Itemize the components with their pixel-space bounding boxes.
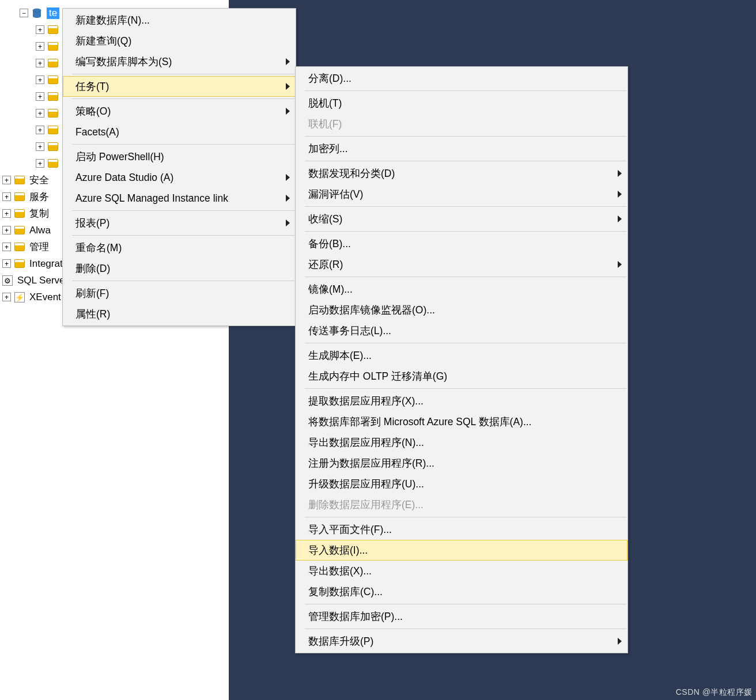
menu-item-label: 复制数据库(C)... [308, 585, 383, 599]
menu-item-label: 还原(R) [308, 258, 343, 271]
menu-item-label: 导入数据(I)... [308, 543, 368, 557]
expand-icon[interactable] [2, 192, 11, 201]
expand-icon[interactable] [2, 209, 11, 218]
menu-item[interactable]: 备份(B)... [296, 233, 628, 254]
folder-icon [14, 243, 25, 251]
expand-icon[interactable] [36, 75, 44, 84]
expand-icon[interactable] [2, 293, 11, 301]
expand-icon[interactable] [36, 42, 44, 51]
menu-item-label: 删除数据层应用程序(E)... [308, 498, 424, 512]
menu-item[interactable]: Azure Data Studio (A) [63, 167, 296, 188]
menu-item[interactable]: 收缩(S) [296, 209, 628, 229]
tree-node-label: 服务 [29, 190, 49, 203]
expand-icon[interactable] [2, 176, 11, 184]
menu-item: 联机(F) [296, 113, 628, 134]
folder-icon [48, 25, 58, 34]
menu-item[interactable]: 刷新(F) [63, 283, 296, 304]
menu-item-label: 将数据库部署到 Microsoft Azure SQL 数据库(A)... [308, 415, 531, 429]
menu-separator [305, 206, 626, 207]
menu-item[interactable]: 注册为数据层应用程序(R)... [296, 453, 628, 474]
menu-item-label: 删除(D) [75, 262, 110, 275]
expand-icon[interactable] [36, 142, 44, 151]
tree-node-label: te [47, 7, 59, 19]
menu-item[interactable]: 还原(R) [296, 254, 628, 275]
expand-icon[interactable] [36, 109, 44, 118]
menu-item[interactable]: 生成内存中 OLTP 迁移清单(G) [296, 366, 628, 387]
expand-icon[interactable] [36, 159, 44, 168]
menu-item[interactable]: 漏洞评估(V) [296, 184, 628, 205]
menu-item[interactable]: Azure SQL Managed Instance link [63, 188, 296, 209]
expand-icon[interactable] [36, 126, 44, 134]
menu-item[interactable]: 新建查询(Q) [63, 31, 296, 51]
expand-icon[interactable] [2, 226, 11, 234]
submenu-arrow-icon [286, 58, 290, 65]
xevent-icon: ⚡ [14, 292, 25, 302]
context-menu-primary: 新建数据库(N)... 新建查询(Q) 编写数据库脚本为(S) 任务(T) 策略… [62, 8, 296, 326]
menu-item-label: 数据发现和分类(D) [308, 167, 395, 180]
folder-icon [14, 226, 25, 234]
menu-item[interactable]: 数据发现和分类(D) [296, 163, 628, 184]
menu-item[interactable]: 新建数据库(N)... [63, 10, 296, 31]
menu-item-label: 刷新(F) [75, 286, 109, 300]
menu-item[interactable]: 升级数据层应用程序(U)... [296, 474, 628, 494]
folder-icon [14, 209, 25, 218]
menu-item[interactable]: 提取数据层应用程序(X)... [296, 391, 628, 411]
tree-node-label: Alwa [29, 225, 51, 236]
watermark: CSDN @半粒程序媛 [676, 687, 753, 698]
menu-item[interactable]: 重命名(M) [63, 237, 296, 258]
tree-node-label: 复制 [29, 207, 49, 220]
folder-icon [48, 159, 58, 168]
menu-item[interactable]: 传送事务日志(L)... [296, 320, 628, 341]
menu-item-label: 漏洞评估(V) [308, 187, 363, 201]
expand-icon[interactable] [36, 92, 44, 101]
menu-item[interactable]: 将数据库部署到 Microsoft Azure SQL 数据库(A)... [296, 411, 628, 432]
submenu-arrow-icon [618, 261, 622, 268]
expand-icon[interactable] [2, 243, 11, 251]
menu-item-label: 提取数据层应用程序(X)... [308, 394, 424, 408]
menu-separator [72, 235, 294, 236]
expand-icon[interactable] [36, 59, 44, 67]
menu-item-label: 联机(F) [308, 117, 342, 131]
menu-separator [72, 74, 294, 74]
folder-icon [48, 59, 58, 67]
menu-item[interactable]: 管理数据库加密(P)... [296, 606, 628, 627]
menu-item-label: 加密列... [308, 142, 348, 156]
menu-item[interactable]: Facets(A) [63, 122, 296, 142]
menu-item[interactable]: 删除(D) [63, 258, 296, 279]
menu-item-label: 数据库升级(P) [308, 634, 373, 648]
sql-agent-icon: ⚙ [2, 275, 13, 286]
menu-item[interactable]: 生成脚本(E)... [296, 345, 628, 366]
expand-icon[interactable] [36, 25, 44, 34]
submenu-arrow-icon [286, 83, 290, 90]
menu-item[interactable]: 属性(R) [63, 304, 296, 324]
menu-item[interactable]: 脱机(T) [296, 93, 628, 113]
menu-item[interactable]: 编写数据库脚本为(S) [63, 51, 296, 72]
menu-item[interactable]: 策略(O) [63, 101, 296, 122]
menu-separator [72, 281, 294, 281]
menu-separator [305, 161, 626, 161]
menu-item-label: 生成内存中 OLTP 迁移清单(G) [308, 369, 447, 383]
menu-item[interactable]: 数据库升级(P) [296, 631, 628, 652]
menu-item-label: 管理数据库加密(P)... [308, 610, 403, 623]
menu-item[interactable]: 任务(T) [63, 76, 296, 97]
menu-item-label: Azure SQL Managed Instance link [75, 192, 228, 205]
menu-item[interactable]: 启动 PowerShell(H) [63, 146, 296, 167]
menu-item[interactable]: 导出数据层应用程序(N)... [296, 432, 628, 453]
collapse-icon[interactable] [20, 9, 28, 17]
folder-icon [14, 259, 25, 268]
menu-item[interactable]: 加密列... [296, 138, 628, 159]
menu-item[interactable]: 分离(D)... [296, 68, 628, 89]
menu-item[interactable]: 导入数据(I)... [296, 540, 628, 561]
menu-item[interactable]: 导入平面文件(F)... [296, 519, 628, 540]
menu-item[interactable]: 报表(P) [63, 213, 296, 233]
menu-item[interactable]: 启动数据库镜像监视器(O)... [296, 300, 628, 320]
menu-item-label: 新建查询(Q) [75, 34, 131, 48]
tree-node-label: 安全 [29, 173, 49, 187]
menu-separator [72, 210, 294, 211]
submenu-arrow-icon [618, 170, 622, 177]
expand-icon[interactable] [2, 259, 11, 268]
menu-item-label: 注册为数据层应用程序(R)... [308, 456, 434, 470]
menu-item[interactable]: 复制数据库(C)... [296, 581, 628, 602]
menu-item[interactable]: 导出数据(X)... [296, 561, 628, 581]
menu-item[interactable]: 镜像(M)... [296, 279, 628, 300]
